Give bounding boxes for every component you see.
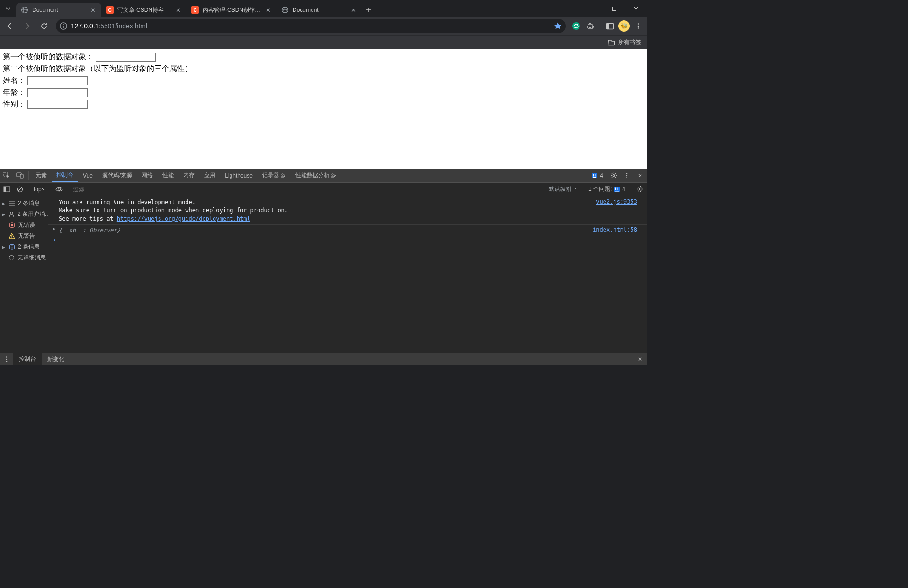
console-settings-icon[interactable] [633,186,647,193]
svg-point-51 [6,361,7,362]
browser-toolbar: 127.0.0.1:5501/index.html 🐝 [0,17,647,35]
minimize-button[interactable] [581,0,603,17]
inspect-icon[interactable] [0,169,13,182]
svg-rect-35 [618,187,619,190]
tab-strip: Document ✕ C 写文章-CSDN博客 ✕ C 内容管理-CSDN创作中… [16,0,581,17]
profile-avatar[interactable]: 🐝 [617,19,631,33]
site-info-icon[interactable] [60,22,67,30]
tab-title: 写文章-CSDN博客 [117,6,170,14]
close-icon[interactable]: ✕ [89,6,97,14]
page-content: 第一个被侦听的数据对象： 第二个被侦听的数据对象（以下为监听对象的三个属性）： … [0,49,647,169]
svg-point-25 [626,173,627,174]
tab-application[interactable]: 应用 [199,169,220,182]
console-message[interactable]: ▶ index.html:58 {__ob__: Observer} [48,224,647,235]
svg-point-16 [638,27,639,29]
issues-indicator[interactable]: 4 [588,169,607,182]
tab-network[interactable]: 网络 [137,169,158,182]
side-panel-icon[interactable] [603,19,616,33]
drawer-tab-console[interactable]: 控制台 [13,353,42,365]
tab-vue[interactable]: Vue [78,169,98,182]
close-icon[interactable]: ✕ [174,6,182,14]
devtools-close-icon[interactable]: ✕ [633,169,647,182]
globe-icon [21,6,28,14]
csdn-icon: C [106,6,114,14]
svg-point-26 [626,175,627,176]
svg-point-15 [638,26,639,27]
console-sidebar: ▶2 条消息 ▶2 条用户消... 无错误 无警告 ▶2 条信息 无详细消息 [0,196,48,353]
bookmark-star-icon[interactable] [553,22,562,30]
svg-point-24 [613,174,614,176]
input-object-1[interactable] [96,53,156,62]
console-prompt[interactable]: › [48,235,647,244]
input-age[interactable] [27,88,88,97]
sidebar-toggle-icon[interactable] [0,186,13,192]
settings-icon[interactable] [607,169,620,182]
tab-sources[interactable]: 源代码/来源 [98,169,137,182]
tab-title: Document [32,7,85,13]
source-link[interactable]: index.html:58 [593,226,637,233]
close-icon[interactable]: ✕ [264,6,272,14]
tab-performance[interactable]: 性能 [158,169,178,182]
drawer-tab-whatsnew[interactable]: 新变化 [42,353,70,365]
clear-console-icon[interactable] [13,186,27,193]
label-object-1: 第一个被侦听的数据对象： [3,53,94,61]
tab-console[interactable]: 控制台 [52,169,78,182]
new-tab-button[interactable] [362,3,375,17]
sidebar-messages[interactable]: ▶2 条消息 [0,198,48,209]
context-selector[interactable]: top [31,186,48,193]
drawer-close-icon[interactable]: ✕ [633,353,647,365]
input-name[interactable] [27,76,88,85]
svg-point-41 [10,212,13,214]
browser-tab-0[interactable]: Document ✕ [16,3,101,17]
tab-memory[interactable]: 内存 [178,169,199,182]
svg-point-14 [638,23,639,25]
address-bar[interactable]: 127.0.0.1:5501/index.html [56,19,566,33]
extension-sync-icon[interactable] [570,19,583,33]
browser-title-bar: Document ✕ C 写文章-CSDN博客 ✕ C 内容管理-CSDN创作中… [0,0,647,17]
tab-perf-insights[interactable]: 性能数据分析 [291,169,341,182]
toolbar-divider [600,21,600,31]
maximize-button[interactable] [603,0,625,17]
svg-point-46 [11,245,12,246]
window-close-button[interactable] [625,0,647,17]
browser-tab-2[interactable]: C 内容管理-CSDN创作中心 ✕ [187,3,276,17]
console-message[interactable]: vue2.js:9353 You are running Vue in deve… [48,198,647,223]
tab-search-button[interactable] [0,0,16,17]
sidebar-verbose[interactable]: 无详细消息 [0,252,48,263]
svg-point-37 [639,188,641,190]
back-button[interactable] [2,19,18,33]
label-object-2: 第二个被侦听的数据对象（以下为监听对象的三个属性）： [3,63,644,74]
device-toggle-icon[interactable] [13,169,27,182]
drawer-more-icon[interactable] [0,353,13,365]
sidebar-user-messages[interactable]: ▶2 条用户消... [0,209,48,220]
reload-button[interactable] [36,19,52,33]
svg-line-31 [18,187,22,191]
label-gender: 性别： [3,100,26,108]
window-controls [581,0,647,17]
browser-tab-1[interactable]: C 写文章-CSDN博客 ✕ [101,3,187,17]
issues-link[interactable]: 1 个问题: 4 [585,185,629,193]
menu-icon[interactable] [632,19,645,33]
close-icon[interactable]: ✕ [349,6,357,14]
devtools: 元素 控制台 Vue 源代码/来源 网络 性能 内存 应用 Lighthouse… [0,169,647,353]
expand-icon[interactable]: ▶ [53,226,55,231]
sidebar-errors[interactable]: 无错误 [0,220,48,231]
log-level-selector[interactable]: 默认级别 [545,185,580,193]
live-expression-icon[interactable] [53,187,66,192]
svg-rect-47 [11,247,12,249]
svg-point-49 [6,356,7,357]
csdn-icon: C [191,6,199,14]
more-icon[interactable] [620,169,633,182]
all-bookmarks-button[interactable]: 所有书签 [618,38,641,46]
sidebar-info[interactable]: ▶2 条信息 [0,241,48,252]
sidebar-warnings[interactable]: 无警告 [0,231,48,241]
tab-lighthouse[interactable]: Lighthouse [220,169,258,182]
tab-recorder[interactable]: 记录器 [258,169,291,182]
tab-elements[interactable]: 元素 [31,169,52,182]
forward-button[interactable] [19,19,35,33]
input-gender[interactable] [27,100,88,109]
source-link[interactable]: vue2.js:9353 [596,198,637,205]
extensions-icon[interactable] [584,19,597,33]
console-filter[interactable] [70,186,545,193]
browser-tab-3[interactable]: Document ✕ [276,3,362,17]
